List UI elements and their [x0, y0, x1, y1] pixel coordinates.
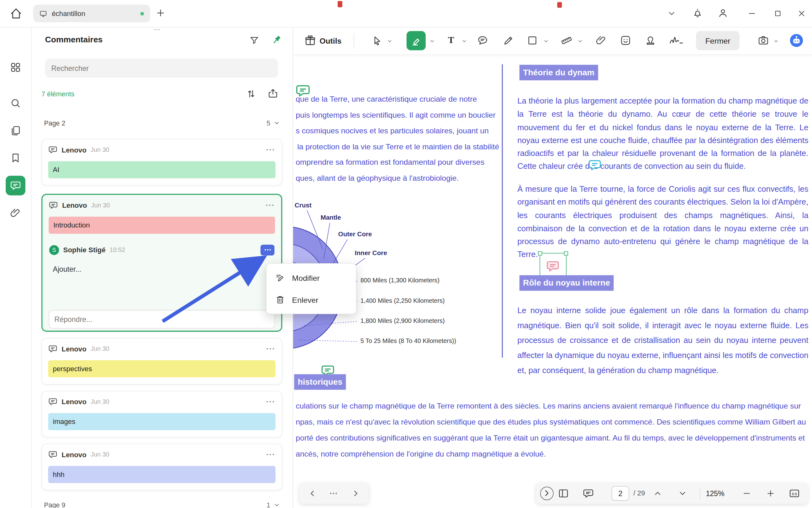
page-number-input[interactable]: [612, 486, 629, 501]
text-tool[interactable]: T: [445, 34, 456, 45]
comment-date: Jun 30: [91, 202, 110, 209]
comment-menu-button[interactable]: [265, 200, 275, 211]
highlight-annotation-heading[interactable]: historiques: [294, 374, 346, 390]
panel-title: Commentaires: [45, 35, 103, 45]
new-tab-button[interactable]: [155, 8, 166, 18]
next-page-button[interactable]: [678, 489, 687, 498]
annotation-toolbar: Outils T: [292, 27, 812, 55]
account-button[interactable]: [717, 7, 729, 18]
pin-panel-button[interactable]: [271, 34, 282, 45]
comment-card[interactable]: Lenovo Jun 30 images: [41, 391, 282, 437]
highlight-annotation-heading[interactable]: Rôle du noyau interne: [520, 275, 614, 291]
chevron-down-icon[interactable]: [577, 38, 583, 44]
maximize-button[interactable]: [773, 9, 782, 18]
reply-menu-button[interactable]: [260, 245, 275, 255]
tools-label[interactable]: Outils: [320, 27, 341, 55]
shape-tool[interactable]: [527, 35, 538, 46]
filter-button[interactable]: [249, 35, 259, 45]
ai-assistant-button[interactable]: [789, 33, 805, 48]
collapse-bar-button[interactable]: [540, 486, 554, 500]
zoom-in-button[interactable]: [766, 489, 775, 498]
context-menu-edit[interactable]: Modifier: [267, 267, 356, 289]
rail-attachments-button[interactable]: [10, 207, 21, 219]
highlight-tool-active[interactable]: [407, 31, 426, 50]
comment-author: Lenovo: [62, 451, 87, 458]
stamp-tool[interactable]: [644, 35, 656, 46]
doc-text-line: ancés, notre compréhension de l'origine …: [296, 449, 806, 458]
comment-menu-button[interactable]: [265, 344, 276, 354]
measure-tool[interactable]: [561, 35, 572, 46]
square-icon: [527, 35, 538, 46]
comment-date: Jun 30: [91, 146, 109, 154]
page-group-header[interactable]: Page 9 1: [44, 501, 280, 508]
sort-icon: [245, 88, 257, 99]
svg-text:T: T: [448, 35, 454, 45]
comment-menu-button[interactable]: [265, 449, 276, 460]
comment-tool[interactable]: [477, 35, 488, 46]
resize-handle[interactable]: [538, 251, 542, 255]
more-pages-button[interactable]: [329, 489, 338, 498]
tab-title: échantillon: [52, 10, 140, 17]
comment-card[interactable]: Lenovo Jun 30 perspectives: [41, 338, 282, 385]
rail-bookmarks-button[interactable]: [10, 153, 21, 164]
comment-card[interactable]: Lenovo Jun 30 AI: [41, 139, 282, 186]
signature-tool[interactable]: [668, 34, 684, 45]
chevron-right-icon[interactable]: [351, 489, 361, 498]
chevron-down-icon[interactable]: [429, 38, 435, 44]
page-annotation-cyan[interactable]: [588, 158, 602, 172]
minimize-icon: [748, 9, 757, 18]
close-toolbar-button[interactable]: Fermer: [696, 31, 739, 50]
zoom-out-button[interactable]: [742, 489, 752, 498]
panel-drag-handle[interactable]: [151, 28, 162, 35]
document-tab[interactable]: échantillon: [33, 5, 150, 22]
home-button[interactable]: [9, 7, 23, 20]
search-input[interactable]: [45, 59, 278, 78]
comment-icon: [48, 344, 58, 354]
page-group-label: Page 9: [44, 501, 65, 508]
zoom-level[interactable]: 125%: [706, 483, 724, 504]
chevron-left-icon[interactable]: [307, 489, 317, 498]
notifications-button[interactable]: [692, 7, 703, 18]
attach-tool[interactable]: [596, 35, 607, 46]
highlight-annotation-heading[interactable]: Théorie du dynam: [520, 65, 598, 80]
cursor-icon: [371, 35, 382, 46]
comment-card[interactable]: Lenovo Jun 30 hhh: [41, 444, 282, 491]
comment-icon: [48, 145, 58, 155]
reply-time: 10:52: [110, 246, 126, 254]
comment-icon: [48, 450, 58, 459]
tools-button[interactable]: [304, 34, 317, 47]
page-thumbnails-button[interactable]: [558, 488, 569, 499]
signature-icon: [668, 34, 684, 46]
rail-search-button[interactable]: [10, 97, 21, 109]
comment-author: Lenovo: [62, 345, 87, 353]
rail-comments-button[interactable]: [6, 176, 26, 196]
comment-menu-button[interactable]: [265, 396, 276, 407]
close-button[interactable]: [797, 9, 806, 18]
diagram-label: Mantle: [321, 214, 341, 221]
titlebar-expand-button[interactable]: [667, 9, 677, 18]
document-area: Outils T: [292, 27, 812, 508]
comments-toggle-button[interactable]: [582, 488, 594, 499]
page-nav-pill: [299, 483, 369, 504]
chevron-down-icon[interactable]: [543, 38, 549, 44]
chevron-down-icon[interactable]: [387, 38, 392, 44]
select-tool[interactable]: [371, 35, 382, 46]
pen-tool[interactable]: [503, 35, 514, 46]
context-menu-delete[interactable]: Enlever: [267, 289, 356, 310]
prev-page-button[interactable]: [653, 489, 662, 498]
comment-card-selected[interactable]: Lenovo Jun 30 Introduction S Sophie Stig…: [41, 194, 282, 332]
chevron-down-icon[interactable]: [462, 38, 467, 44]
actual-size-button[interactable]: 1:1: [789, 488, 800, 499]
export-comments-button[interactable]: [267, 88, 278, 99]
chevron-down-icon[interactable]: [773, 38, 779, 44]
minimize-button[interactable]: [748, 9, 757, 18]
comment-menu-button[interactable]: [265, 145, 276, 155]
sort-button[interactable]: [245, 88, 257, 99]
page-group-header[interactable]: Page 2 5: [44, 119, 280, 127]
rail-home-button[interactable]: [10, 62, 21, 73]
rail-pages-button[interactable]: [10, 125, 21, 136]
capture-tool[interactable]: [758, 35, 769, 46]
sticker-tool[interactable]: [620, 35, 631, 46]
reply-input[interactable]: [49, 310, 275, 329]
resize-handle[interactable]: [564, 251, 568, 255]
